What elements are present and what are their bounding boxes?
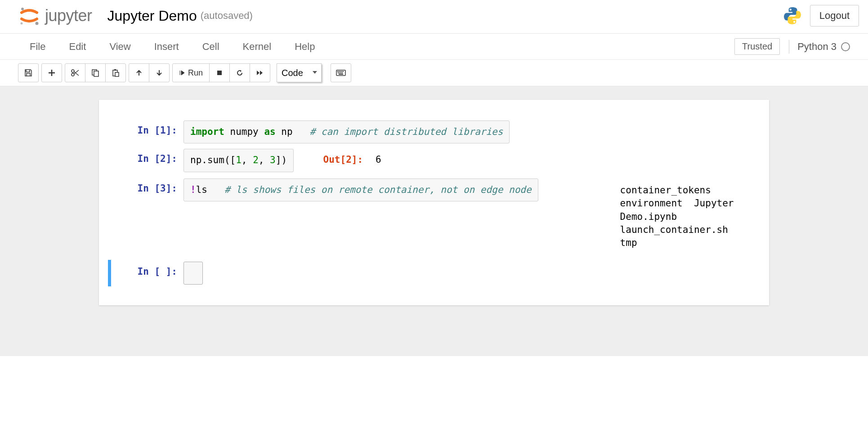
scissors-icon <box>71 69 80 77</box>
cell-type-select[interactable]: Code <box>277 63 322 82</box>
svg-rect-8 <box>94 71 98 76</box>
input-prompt: In [3]: <box>108 178 183 256</box>
add-cell-button[interactable] <box>41 63 62 82</box>
kernel-idle-icon <box>841 42 850 51</box>
notebook-area: In [1]:import numpy as np # can import d… <box>0 86 868 356</box>
svg-rect-17 <box>341 71 342 72</box>
menu-edit[interactable]: Edit <box>57 35 98 59</box>
svg-rect-18 <box>343 71 344 72</box>
code-cell[interactable]: In [1]:import numpy as np # can import d… <box>108 118 760 146</box>
kernel-name: Python 3 <box>797 41 837 53</box>
run-label: Run <box>188 68 203 78</box>
svg-point-2 <box>21 22 23 25</box>
paste-button[interactable] <box>105 63 126 82</box>
interrupt-button[interactable] <box>209 63 230 82</box>
logout-button[interactable]: Logout <box>810 5 859 27</box>
menu-cell[interactable]: Cell <box>191 35 231 59</box>
output-stream: container_tokens environment Jupyter Dem… <box>614 179 760 252</box>
cell-body <box>183 262 203 285</box>
output-prompt: Out[2]: <box>294 150 369 168</box>
code-input[interactable]: import numpy as np # can import distribu… <box>183 120 510 143</box>
menu-file[interactable]: File <box>18 35 57 59</box>
svg-rect-22 <box>342 72 343 73</box>
move-up-button[interactable] <box>129 63 149 82</box>
menu-view[interactable]: View <box>98 35 142 59</box>
keyboard-icon <box>336 70 346 76</box>
restart-icon <box>236 69 243 76</box>
menubar: File Edit View Insert Cell Kernel Help T… <box>0 34 868 60</box>
svg-rect-11 <box>115 72 119 76</box>
toolbar: Run Code <box>0 60 868 86</box>
logo-text: jupyter <box>45 6 92 25</box>
svg-rect-23 <box>339 74 343 75</box>
svg-rect-20 <box>339 72 340 73</box>
cell-body: np.sum([1, 2, 3]) <box>183 149 294 173</box>
svg-point-0 <box>21 8 24 10</box>
kernel-indicator[interactable]: Python 3 <box>789 40 850 54</box>
stop-icon <box>216 70 223 76</box>
command-palette-button[interactable] <box>331 63 351 82</box>
input-prompt: In [ ]: <box>108 262 183 285</box>
code-input[interactable]: !ls # ls shows files on remote container… <box>183 178 538 201</box>
code-input[interactable] <box>183 262 203 285</box>
notebook-container: In [1]:import numpy as np # can import d… <box>99 100 769 305</box>
menu-help[interactable]: Help <box>283 35 327 59</box>
copy-button[interactable] <box>85 63 106 82</box>
jupyter-logo[interactable]: jupyter <box>18 4 92 27</box>
svg-rect-19 <box>338 72 339 73</box>
cell-body: !ls # ls shows files on remote container… <box>183 178 538 256</box>
fast-forward-icon <box>256 70 264 76</box>
code-input[interactable]: np.sum([1, 2, 3]) <box>183 149 294 172</box>
svg-point-4 <box>793 21 795 23</box>
svg-rect-21 <box>340 72 341 73</box>
svg-point-6 <box>72 73 74 76</box>
trusted-button[interactable]: Trusted <box>734 38 780 55</box>
cell-body: import numpy as np # can import distribu… <box>183 120 510 143</box>
svg-rect-12 <box>217 71 222 75</box>
output-result: 6 <box>369 150 388 168</box>
copy-icon <box>91 69 99 77</box>
autosave-status: (autosaved) <box>201 10 253 22</box>
svg-point-1 <box>36 22 39 25</box>
paste-icon <box>112 69 120 77</box>
menu-insert[interactable]: Insert <box>143 35 191 59</box>
code-cell[interactable]: In [2]:np.sum([1, 2, 3])Out[2]:6 <box>108 146 760 175</box>
run-icon <box>179 70 185 76</box>
svg-rect-14 <box>337 71 338 72</box>
save-button[interactable] <box>18 63 39 82</box>
svg-rect-16 <box>340 71 341 72</box>
restart-run-all-button[interactable] <box>250 63 270 82</box>
svg-point-3 <box>789 9 791 10</box>
code-cell[interactable]: In [ ]: <box>108 259 760 287</box>
plus-icon <box>48 69 56 77</box>
arrow-down-icon <box>156 69 163 76</box>
header: jupyter Jupyter Demo (autosaved) Logout <box>0 0 868 34</box>
svg-rect-15 <box>339 71 340 72</box>
arrow-up-icon <box>135 69 143 76</box>
svg-rect-10 <box>114 69 116 71</box>
code-cell[interactable]: In [3]:!ls # ls shows files on remote co… <box>108 176 760 259</box>
input-prompt: In [1]: <box>108 120 183 143</box>
menu-kernel[interactable]: Kernel <box>231 35 283 59</box>
move-down-button[interactable] <box>149 63 170 82</box>
save-icon <box>24 69 32 77</box>
restart-button[interactable] <box>229 63 250 82</box>
cut-button[interactable] <box>65 63 85 82</box>
run-button[interactable]: Run <box>172 63 210 82</box>
jupyter-logo-icon <box>18 4 40 27</box>
python-logo-icon <box>783 6 802 25</box>
svg-point-5 <box>72 70 74 72</box>
input-prompt: In [2]: <box>108 149 183 173</box>
notebook-name[interactable]: Jupyter Demo <box>107 8 197 24</box>
